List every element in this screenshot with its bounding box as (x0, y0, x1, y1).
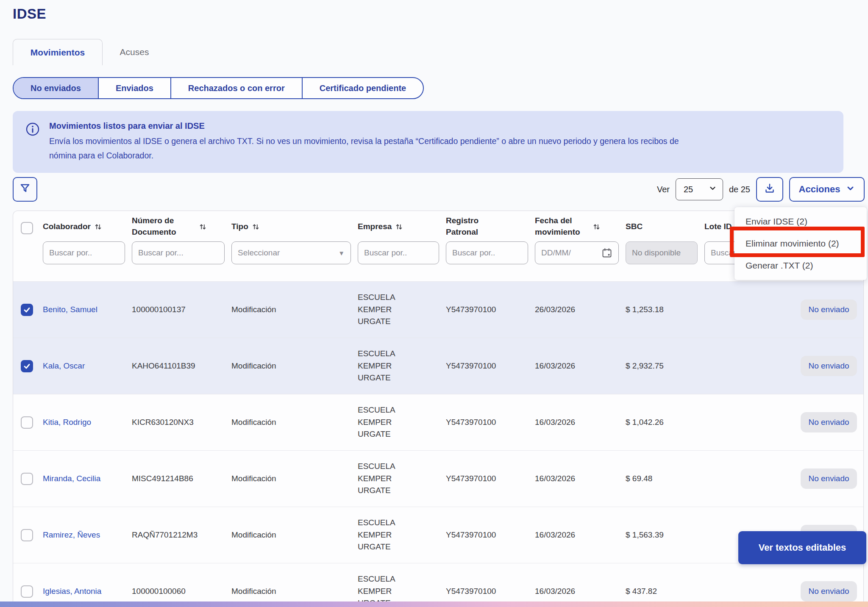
actions-label: Acciones (799, 184, 840, 195)
info-icon (25, 122, 40, 163)
collaborator-cell: Miranda, Cecilia (40, 473, 129, 485)
collaborator-link[interactable]: Kitia, Rodrigo (43, 418, 91, 427)
collaborator-link[interactable]: Benito, Samuel (43, 305, 97, 314)
employer-registry: Y5473970100 (446, 418, 496, 427)
movement-type: Modificación (231, 305, 276, 314)
actions-button[interactable]: Acciones (789, 177, 865, 202)
company-name: ESCUELA KEMPER URGATE (358, 460, 414, 497)
collaborator-link[interactable]: Ramirez, Ñeves (43, 530, 100, 539)
tab-movimientos[interactable]: Movimientos (13, 39, 103, 65)
segment-rechazados[interactable]: Rechazados o con error (170, 78, 302, 98)
of-total-label: de 25 (729, 185, 750, 194)
document-number: KAHO641101B39 (132, 361, 195, 370)
column-header-numero-de-documento: Número de DocumentoBuscar por... (129, 213, 229, 281)
row-checkbox-cell (13, 416, 40, 429)
row-checkbox[interactable] (21, 529, 33, 541)
select-all-checkbox[interactable] (21, 222, 33, 234)
employer-registry-cell: Y5473970100 (443, 473, 532, 485)
sort-icon[interactable] (593, 223, 600, 230)
sbc-cell: $ 1,563.39 (623, 529, 702, 541)
sort-icon[interactable] (395, 223, 403, 230)
filter-button[interactable] (13, 177, 37, 202)
collaborator-link[interactable]: Kala, Oscar (43, 361, 85, 370)
row-checkbox[interactable] (21, 416, 33, 429)
sbc-amount: $ 1,563.39 (626, 530, 664, 539)
company-cell: ESCUELA KEMPER URGATE (355, 404, 443, 441)
movement-date-cell: 16/03/2026 (532, 360, 623, 372)
placeholder-text: Buscar por... (138, 248, 184, 258)
collaborator-link[interactable]: Iglesias, Antonia (43, 587, 101, 596)
ver-textos-editables-button[interactable]: Ver textos editables (738, 531, 866, 564)
page-title: IDSE (13, 6, 46, 22)
status-cell: No enviado (795, 581, 864, 602)
column-label: SBC (626, 221, 643, 233)
filter-date-fecha-del-movimiento[interactable]: DD/MM/ (535, 241, 619, 264)
sort-icon[interactable] (199, 223, 206, 230)
info-banner: Movimientos listos para enviar al IDSE E… (13, 111, 843, 173)
menu-item-enviar-idse[interactable]: Enviar IDSE (2) (734, 211, 867, 233)
company-name: ESCUELA KEMPER URGATE (358, 404, 414, 441)
table-row: Iglesias, Antonia100000100060Modificació… (13, 563, 863, 607)
company-name: ESCUELA KEMPER URGATE (358, 517, 414, 553)
segment-no-enviados[interactable]: No enviados (14, 78, 98, 98)
bottom-gradient (0, 601, 868, 607)
tab-bar: Movimientos Acuses (13, 39, 166, 65)
column-header-tipo: TipoSeleccionar▼ (229, 213, 355, 281)
movement-type-cell: Modificación (229, 473, 355, 485)
status-badge: No enviado (801, 299, 857, 320)
movement-date-cell: 16/03/2026 (532, 473, 623, 485)
sbc-amount: $ 437.82 (626, 587, 657, 596)
filter-input-numero-de-documento[interactable]: Buscar por... (132, 241, 225, 264)
movement-date-cell: 16/03/2026 (532, 416, 623, 429)
sbc-cell: $ 437.82 (623, 585, 702, 598)
employer-registry: Y5473970100 (446, 361, 496, 370)
collaborator-link[interactable]: Miranda, Cecilia (43, 474, 100, 483)
employer-registry: Y5473970100 (446, 530, 496, 539)
filter-select-tipo[interactable]: Seleccionar▼ (231, 241, 351, 264)
document-number-cell: MISC491214B86 (129, 473, 229, 485)
status-cell: No enviado (795, 299, 864, 320)
column-label: Registro Patronal (446, 215, 495, 238)
movement-type: Modificación (231, 530, 276, 539)
filter-input-colaborador[interactable]: Buscar por.. (43, 241, 125, 264)
movement-type: Modificación (231, 587, 276, 596)
row-checkbox[interactable] (21, 585, 33, 598)
sbc-amount: $ 1,042.26 (626, 418, 664, 427)
movement-date-cell: 16/03/2026 (532, 529, 623, 541)
table-row: Ramirez, ÑevesRAQÑ7701212M3ModificaciónE… (13, 507, 863, 563)
sort-icon[interactable] (95, 223, 102, 230)
page-size-select[interactable]: 25 (676, 178, 723, 200)
movement-date: 16/03/2026 (535, 418, 575, 427)
segment-certificado-pendiente[interactable]: Certificado pendiente (302, 78, 423, 98)
table-row: Benito, Samuel100000100137ModificaciónES… (13, 281, 863, 338)
placeholder-text: Buscar por.. (364, 248, 407, 258)
dropdown-arrow-icon: ▼ (338, 249, 345, 257)
collaborator-cell: Ramirez, Ñeves (40, 529, 129, 541)
employer-registry-cell: Y5473970100 (443, 360, 532, 372)
company-cell: ESCUELA KEMPER URGATE (355, 460, 443, 497)
row-checkbox[interactable] (21, 304, 33, 316)
movement-date: 16/03/2026 (535, 361, 575, 370)
row-checkbox-cell (13, 304, 40, 316)
row-checkbox[interactable] (21, 360, 33, 372)
tab-acuses[interactable]: Acuses (103, 39, 166, 65)
download-button[interactable] (756, 177, 783, 202)
segment-enviados[interactable]: Enviados (98, 78, 170, 98)
document-number: 100000100137 (132, 305, 186, 314)
movement-type: Modificación (231, 418, 276, 427)
employer-registry-cell: Y5473970100 (443, 416, 532, 429)
filter-input-registro-patronal[interactable]: Buscar por.. (446, 241, 528, 264)
menu-item-generar-txt[interactable]: Generar .TXT (2) (734, 255, 867, 277)
sbc-cell: $ 69.48 (623, 473, 702, 485)
filter-input-empresa[interactable]: Buscar por.. (358, 241, 439, 264)
placeholder-text: Buscar por.. (452, 248, 495, 258)
menu-item-eliminar-movimiento[interactable]: Eliminar movimiento (2) (734, 233, 867, 255)
sbc-cell: $ 1,253.18 (623, 304, 702, 316)
collaborator-cell: Kitia, Rodrigo (40, 416, 129, 429)
movement-type: Modificación (231, 474, 276, 483)
employer-registry-cell: Y5473970100 (443, 585, 532, 598)
row-checkbox[interactable] (21, 473, 33, 485)
sbc-amount: $ 1,253.18 (626, 305, 664, 314)
column-label: Empresa (358, 221, 392, 233)
sort-icon[interactable] (252, 223, 259, 230)
